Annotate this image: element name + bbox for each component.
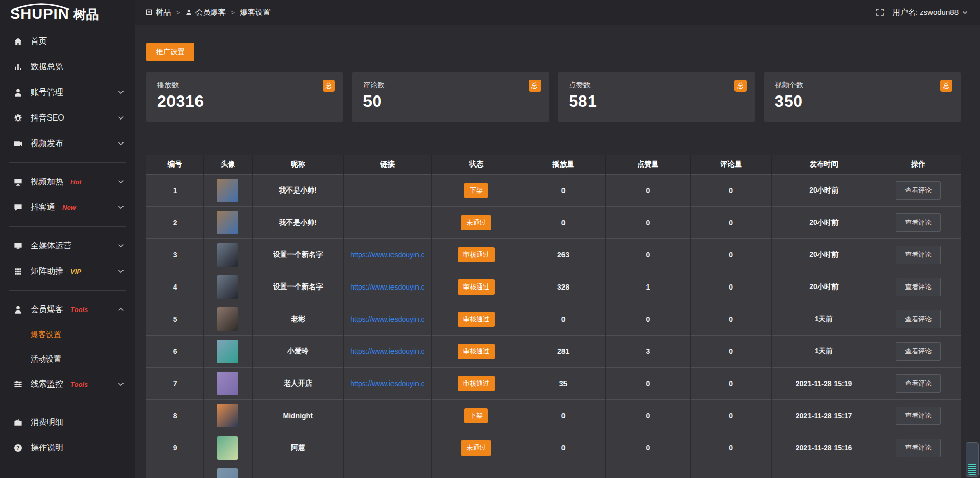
cell-status: 审核通过 bbox=[431, 303, 521, 335]
breadcrumb-separator: > bbox=[176, 9, 180, 16]
video-link[interactable]: https://www.iesdouyin.c bbox=[350, 315, 425, 323]
cell-publish-time: 20小时前 bbox=[772, 238, 876, 271]
stat-card-plays: 播放数20316总 bbox=[146, 72, 343, 122]
cell-comments: 0 bbox=[690, 335, 771, 367]
cell-status: 审核通过 bbox=[431, 367, 521, 399]
chevron-down-icon bbox=[118, 382, 124, 386]
cell-publish-time: 1天前 bbox=[772, 335, 876, 367]
cell-link bbox=[344, 399, 431, 432]
view-comments-button[interactable]: 查看评论 bbox=[896, 213, 941, 232]
sidebar-item-video-publish[interactable]: 视频发布 bbox=[0, 131, 135, 156]
stat-label: 评论数 bbox=[363, 81, 538, 90]
video-icon bbox=[13, 139, 23, 149]
sidebar-subitem-activity-settings[interactable]: 活动设置 bbox=[0, 347, 135, 371]
cell-number bbox=[146, 464, 204, 478]
cell-comments: 0 bbox=[690, 238, 771, 271]
table-header-row: 编号头像昵称链接状态播放量点赞量评论量发布时间操作 bbox=[146, 155, 961, 174]
table-row: 4设置一个新名字https://www.iesdouyin.c审核通过32810… bbox=[146, 271, 961, 303]
sidebar-item-omni-media[interactable]: 全媒体运营 bbox=[0, 233, 135, 258]
app-logo: SHUPIN 树品 bbox=[0, 0, 135, 25]
video-link[interactable]: https://www.iesdouyin.c bbox=[350, 347, 425, 355]
view-comments-button[interactable]: 查看评论 bbox=[896, 181, 941, 200]
user-icon bbox=[13, 88, 23, 98]
sidebar-item-data-overview[interactable]: 数据总览 bbox=[0, 54, 135, 80]
doc-icon bbox=[145, 9, 153, 16]
breadcrumb-separator: > bbox=[231, 9, 235, 16]
video-link[interactable]: https://www.iesdouyin.c bbox=[350, 283, 425, 291]
cell-number: 4 bbox=[146, 271, 204, 303]
sidebar-item-clue-monitor[interactable]: 线索监控Tools bbox=[0, 371, 135, 397]
view-comments-button[interactable]: 查看评论 bbox=[896, 246, 941, 264]
stat-value: 581 bbox=[569, 92, 744, 111]
sidebar-item-label: 首页 bbox=[31, 36, 47, 47]
cell-plays: 281 bbox=[521, 335, 606, 367]
wallet-icon bbox=[13, 418, 23, 427]
cell-avatar bbox=[204, 238, 253, 271]
stat-card-likes: 点赞数581总 bbox=[558, 72, 755, 122]
sidebar-item-member-baoke[interactable]: 会员爆客Tools bbox=[0, 297, 135, 322]
sidebar-item-label: 消费明细 bbox=[31, 417, 63, 428]
cell-link: https://www.iesdouyin.c bbox=[344, 238, 431, 271]
status-tag: 审核通过 bbox=[458, 279, 495, 295]
fullscreen-icon[interactable] bbox=[875, 8, 885, 17]
column-header: 操作 bbox=[876, 155, 961, 174]
sidebar-item-label: 抖音SEO bbox=[31, 113, 64, 124]
cell-number: 1 bbox=[146, 174, 204, 206]
view-comments-button[interactable]: 查看评论 bbox=[896, 439, 941, 457]
grid-icon bbox=[13, 267, 23, 276]
view-comments-button[interactable]: 查看评论 bbox=[896, 374, 941, 393]
sidebar-item-home[interactable]: 首页 bbox=[0, 29, 135, 54]
sidebar-item-matrix-boost[interactable]: 矩阵助推VIP bbox=[0, 258, 135, 284]
cell-comments: 0 bbox=[690, 303, 771, 335]
avatar bbox=[217, 179, 238, 202]
video-link[interactable]: https://www.iesdouyin.c bbox=[350, 251, 425, 259]
breadcrumb-label: 会员爆客 bbox=[195, 8, 226, 17]
view-comments-button[interactable]: 查看评论 bbox=[896, 342, 941, 361]
cell-publish-time: 2021-11-28 15:19 bbox=[772, 367, 876, 399]
cell-plays: 0 bbox=[521, 432, 606, 464]
stat-value: 50 bbox=[363, 92, 538, 111]
status-tag: 下架 bbox=[464, 183, 488, 198]
sidebar-item-douketong[interactable]: 抖客通New bbox=[0, 195, 135, 220]
breadcrumb-item[interactable]: 爆客设置 bbox=[240, 8, 271, 17]
column-header: 播放量 bbox=[521, 155, 606, 174]
view-comments-button[interactable]: 查看评论 bbox=[896, 310, 941, 328]
sidebar-subitem-baoke-settings[interactable]: 爆客设置 bbox=[0, 322, 135, 347]
sidebar-item-label: 会员爆客 bbox=[31, 304, 63, 315]
cell-nickname: 设置一个新名字 bbox=[252, 271, 344, 303]
cell-nickname: 我不是小帅! bbox=[252, 174, 344, 206]
cell-action: 查看评论 bbox=[876, 432, 961, 464]
cell-likes: 0 bbox=[606, 206, 691, 238]
video-link[interactable]: https://www.iesdouyin.c bbox=[350, 379, 425, 388]
breadcrumb-item[interactable]: 会员爆客 bbox=[185, 8, 226, 17]
sidebar-item-consume-detail[interactable]: 消费明细 bbox=[0, 410, 135, 435]
sidebar-item-operation-guide[interactable]: ?操作说明 bbox=[0, 435, 135, 461]
sidebar-item-douyin-seo[interactable]: 抖音SEO bbox=[0, 105, 135, 131]
cell-action: 查看评论 bbox=[876, 206, 961, 238]
breadcrumb-item[interactable]: 树品 bbox=[145, 8, 171, 17]
table-row: 6小爱玲https://www.iesdouyin.c审核通过281301天前查… bbox=[146, 335, 961, 367]
sidebar-item-label: 全媒体运营 bbox=[31, 241, 71, 251]
user-menu[interactable]: 用户名: zswodun88 bbox=[893, 8, 968, 17]
page-content: 推广设置 播放数20316总评论数50总点赞数581总视频个数350总 编号头像… bbox=[135, 25, 980, 478]
sidebar-item-account-management[interactable]: 账号管理 bbox=[0, 80, 135, 105]
main-area: 树品>会员爆客>爆客设置 用户名: zswodun88 推广设置 播放数2031… bbox=[135, 0, 980, 478]
stat-label: 播放数 bbox=[157, 81, 332, 90]
view-comments-button[interactable]: 查看评论 bbox=[896, 278, 941, 296]
cell-link: https://www.iesdouyin.c bbox=[344, 271, 431, 303]
cell-comments: 0 bbox=[690, 432, 771, 464]
floating-widget[interactable] bbox=[966, 442, 979, 477]
cell-publish-time: 2021-11-28 15:17 bbox=[772, 399, 876, 432]
cell-action: 查看评论 bbox=[876, 335, 961, 367]
chevron-down-icon bbox=[118, 244, 124, 248]
promo-settings-button[interactable]: 推广设置 bbox=[146, 43, 194, 61]
cell-plays: 328 bbox=[521, 271, 606, 303]
cell-status: 审核通过 bbox=[431, 271, 521, 303]
view-comments-button[interactable]: 查看评论 bbox=[896, 407, 941, 425]
cell-link: https://www.iesdouyin.c bbox=[344, 303, 431, 335]
sidebar-item-video-heat[interactable]: 视频加热Hot bbox=[0, 169, 135, 195]
cell-nickname: 阿慧 bbox=[252, 432, 344, 464]
cell-publish-time: 20小时前 bbox=[772, 206, 876, 238]
stat-card-comments: 评论数50总 bbox=[352, 72, 549, 122]
table-row: 7老人开店https://www.iesdouyin.c审核通过35002021… bbox=[146, 367, 961, 399]
